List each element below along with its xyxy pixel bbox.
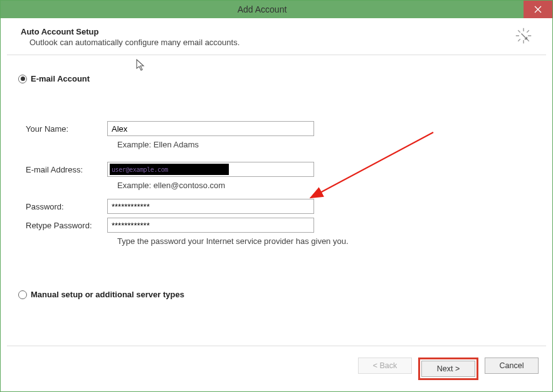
header-subtitle: Outlook can automatically configure many…	[29, 38, 240, 47]
cursor-icon	[135, 59, 147, 73]
manual-setup-label: Manual setup or additional server types	[31, 290, 184, 299]
name-hint: Example: Ellen Adams	[117, 140, 535, 149]
window-title: Add Account	[1, 4, 524, 14]
next-button[interactable]: Next >	[421, 361, 475, 377]
manual-setup-radio[interactable]: Manual setup or additional server types	[18, 290, 535, 299]
wizard-body: E-mail Account Your Name: Example: Ellen…	[1, 55, 552, 346]
header-text: Auto Account Setup Outlook can automatic…	[21, 27, 240, 47]
retype-password-row: Retype Password:	[26, 218, 535, 233]
name-row: Your Name:	[26, 121, 535, 136]
password-hint: Type the password your Internet service …	[117, 236, 535, 246]
email-account-radio[interactable]: E-mail Account	[18, 74, 535, 83]
close-icon	[534, 6, 542, 13]
back-button: < Back	[358, 358, 412, 374]
password-row: Password:	[26, 199, 535, 214]
form-area: Your Name: Example: Ellen Adams E-mail A…	[18, 121, 535, 246]
email-account-label: E-mail Account	[31, 74, 90, 83]
email-label: E-mail Address:	[26, 165, 107, 174]
header-title: Auto Account Setup	[21, 27, 240, 36]
email-hint: Example: ellen@contoso.com	[117, 181, 535, 190]
close-button[interactable]	[524, 1, 552, 18]
password-input[interactable]	[107, 199, 314, 214]
radio-selected-icon	[18, 75, 27, 83]
name-input[interactable]	[107, 121, 314, 136]
wizard-icon	[515, 27, 532, 46]
email-row: E-mail Address: user@example.com	[26, 162, 535, 177]
password-label: Password:	[26, 202, 107, 211]
wizard-footer: < Back Next > Cancel	[7, 346, 546, 391]
email-input[interactable]: user@example.com	[107, 162, 314, 177]
email-redacted-overlay: user@example.com	[110, 164, 229, 175]
wizard-header: Auto Account Setup Outlook can automatic…	[7, 18, 546, 55]
add-account-dialog: Add Account Auto Account Setup Outlook c…	[0, 0, 553, 392]
retype-password-input[interactable]	[107, 218, 314, 233]
radio-unselected-icon	[18, 290, 27, 299]
name-label: Your Name:	[26, 124, 107, 134]
cancel-button[interactable]: Cancel	[485, 358, 539, 374]
next-button-highlight: Next >	[418, 358, 478, 380]
titlebar: Add Account	[1, 1, 552, 18]
retype-password-label: Retype Password:	[26, 221, 107, 230]
